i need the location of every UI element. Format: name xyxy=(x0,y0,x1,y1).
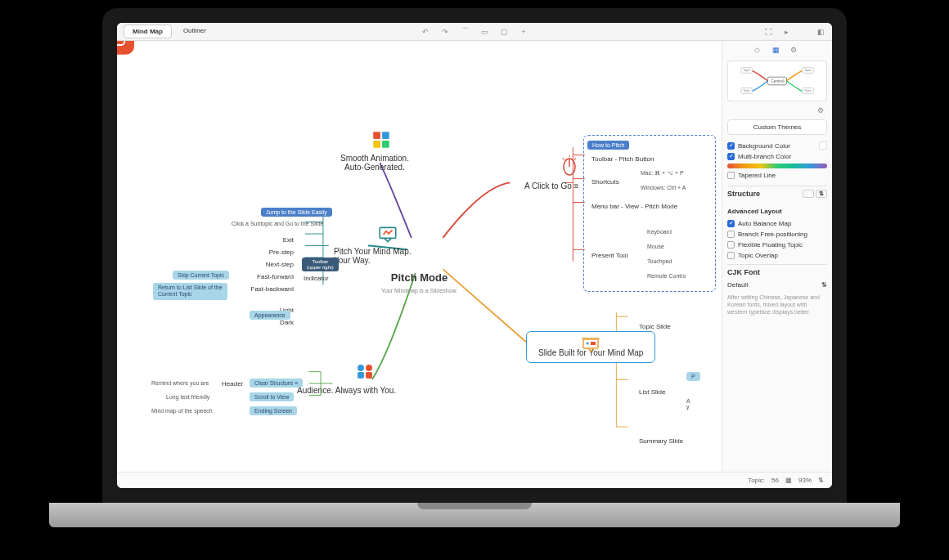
tab-outliner[interactable]: Outliner xyxy=(175,25,214,38)
branch-smooth-animation[interactable]: Smooth Animation. Auto-Generated. xyxy=(340,154,409,172)
leaf-next-step[interactable]: Next-step xyxy=(247,261,294,268)
label-background-color: Background Color xyxy=(738,142,790,150)
branch-label-line2: Auto-Generated. xyxy=(340,163,409,172)
label-flexible: Flexible Floating Topic xyxy=(738,241,803,249)
pill-skip-current[interactable]: Skip Current Topic xyxy=(173,271,229,280)
svg-text:Topic: Topic xyxy=(743,89,750,92)
leaf-pre-step[interactable]: Pre-step xyxy=(247,249,294,256)
svg-rect-9 xyxy=(358,372,364,379)
pill-scroll-view[interactable]: Scroll to View xyxy=(250,392,294,401)
sidebar-tab-style-icon[interactable]: ◇ xyxy=(754,46,764,56)
checkbox-multibranch[interactable] xyxy=(727,153,735,160)
svg-text:Topic: Topic xyxy=(804,69,812,72)
text-mindmap-speech: Mind map of the speech xyxy=(151,408,213,414)
heading-advanced-layout: Advanced Layout xyxy=(727,204,827,218)
add-icon[interactable]: + xyxy=(519,27,528,37)
attachment-icon[interactable]: ⌒ xyxy=(460,27,470,37)
leaf-list-a: Ay xyxy=(686,398,690,410)
leaf-toolbar-pitch[interactable]: Toolbar - Pitch Button xyxy=(591,155,654,163)
status-zoom[interactable]: 93% xyxy=(798,477,812,484)
leaf-exit[interactable]: Exit xyxy=(261,236,294,244)
text-remind: Remind where you are xyxy=(151,380,209,386)
checkbox-tapered[interactable] xyxy=(727,172,735,179)
svg-point-7 xyxy=(358,365,364,371)
branch-label-line1: Smooth Animation. xyxy=(340,154,409,163)
fullscreen-icon[interactable]: ⛶ xyxy=(763,27,773,37)
leaf-shortcuts[interactable]: Shortcuts xyxy=(591,178,619,186)
pill-list-p[interactable]: P xyxy=(686,372,700,381)
boundary-icon[interactable]: ▢ xyxy=(499,27,509,37)
leaf-keyboard: Keyboard xyxy=(647,229,672,235)
custom-themes-button[interactable]: Custom Themes xyxy=(727,119,827,135)
branch-pitch-your-mind-map[interactable]: Pitch Your Mind Map. Your Way. xyxy=(334,247,412,265)
leaf-touchpad: Touchpad xyxy=(647,258,672,264)
leaf-menubar[interactable]: Menu bar - View - Pitch Mode xyxy=(591,203,677,210)
label-multibranch: Multi-branch Color xyxy=(738,153,791,160)
branch-click-to-go[interactable]: A Click to Go ≡ xyxy=(524,181,578,190)
label-branch-free: Branch Free-positioning xyxy=(738,231,807,238)
redo-icon[interactable]: ↷ xyxy=(440,27,450,37)
leaf-header[interactable]: Header xyxy=(222,380,243,388)
pill-appearance[interactable]: Appearance xyxy=(250,311,290,320)
svg-rect-2 xyxy=(373,132,380,139)
leaf-list-slide[interactable]: List Slide xyxy=(639,388,665,396)
leaf-fast-forward[interactable]: Fast-forward xyxy=(247,273,294,280)
leaf-summary-slide[interactable]: Summary Slide xyxy=(639,437,683,445)
svg-point-8 xyxy=(366,365,372,371)
svg-rect-10 xyxy=(366,372,372,379)
cjk-font-value[interactable]: Default xyxy=(727,281,748,289)
label-tapered: Tapered Line xyxy=(738,172,776,179)
icon-pitch xyxy=(377,224,398,247)
branch-slide-built[interactable]: Slide Built for Your Mind Map xyxy=(526,331,655,363)
panel-toggle-icon[interactable]: ◧ xyxy=(816,27,825,37)
cjk-footnote: After setting Chinese, Japanese and Kore… xyxy=(727,293,827,316)
leaf-remote: Remote Contro xyxy=(647,273,686,279)
theme-preview[interactable]: Central Topic Topic Topic Topic xyxy=(727,60,827,101)
swatch-background[interactable] xyxy=(819,141,827,150)
label-indicator[interactable]: Indicator xyxy=(304,275,329,282)
icon-click xyxy=(560,155,578,178)
leaf-fast-backward[interactable]: Fast-backward xyxy=(247,285,294,293)
pill-ending-screen[interactable]: Ending Screen xyxy=(250,406,297,415)
canvas[interactable]: Pitch Mode Your Mindmap is a Slideshow. … xyxy=(117,41,722,472)
svg-text:Topic: Topic xyxy=(804,89,812,92)
structure-selector[interactable]: ⇅ xyxy=(803,190,827,198)
checkbox-background-color[interactable] xyxy=(727,142,735,150)
branch-audience[interactable]: Audience. Always with You. xyxy=(297,386,396,395)
leaf-win-shortcut: Windows: Ctrl + A xyxy=(641,185,686,190)
note-icon[interactable]: ▭ xyxy=(479,27,489,37)
svg-rect-5 xyxy=(382,141,389,148)
pill-jump-to-slide[interactable]: Jump to the Slide Easily xyxy=(261,208,332,217)
sidebar-tab-format-icon[interactable]: ▦ xyxy=(772,46,782,56)
sidebar-tab-settings-icon[interactable]: ⚙ xyxy=(790,46,800,56)
checkbox-flexible[interactable] xyxy=(727,241,735,249)
label-overlap: Topic Overlap xyxy=(738,252,778,259)
status-zoom-stepper-icon[interactable]: ⇅ xyxy=(818,477,824,484)
status-map-icon[interactable]: ▦ xyxy=(785,477,792,484)
central-node[interactable] xyxy=(117,41,134,55)
leaf-dark[interactable]: Dark xyxy=(247,319,294,326)
tab-mind-map[interactable]: Mind Map xyxy=(124,25,172,38)
play-icon[interactable]: ▸ xyxy=(781,27,791,37)
theme-settings-icon[interactable]: ⚙ xyxy=(817,106,827,116)
pill-how-to-pitch[interactable]: How to Pitch xyxy=(587,141,629,150)
leaf-present-tool[interactable]: Present Tool xyxy=(591,252,627,259)
sidebar: ◇ ▦ ⚙ Central Topic Topic Topic Topic xyxy=(722,41,832,472)
cjk-font-stepper-icon[interactable]: ⇅ xyxy=(821,281,827,289)
pill-return-list[interactable]: Return to List Slide of theCurrent Topic xyxy=(153,283,227,300)
pill-clear-structure[interactable]: Clear Structure ≡ xyxy=(250,379,303,388)
view-tabs: Mind Map Outliner xyxy=(124,25,214,38)
svg-point-15 xyxy=(587,343,589,345)
checkbox-branch-free[interactable] xyxy=(727,231,735,238)
leaf-topic-slide[interactable]: Topic Slide xyxy=(639,323,671,330)
multibranch-gradient[interactable] xyxy=(727,164,827,168)
checkbox-overlap[interactable] xyxy=(727,252,735,259)
svg-rect-0 xyxy=(117,41,124,45)
leaf-mac-shortcut: Mac: ⌘ + ⌥ + P xyxy=(641,170,684,177)
tooltip-indicator: Toolbar(upper right) xyxy=(302,258,339,271)
heading-structure: Structure ⇅ xyxy=(727,186,827,201)
toolbar-center: ↶ ↷ ⌒ ▭ ▢ + xyxy=(421,27,528,37)
checkbox-auto-balance[interactable] xyxy=(727,220,735,227)
undo-icon[interactable]: ↶ xyxy=(421,27,430,37)
central-title: Pitch Mode xyxy=(391,271,448,284)
